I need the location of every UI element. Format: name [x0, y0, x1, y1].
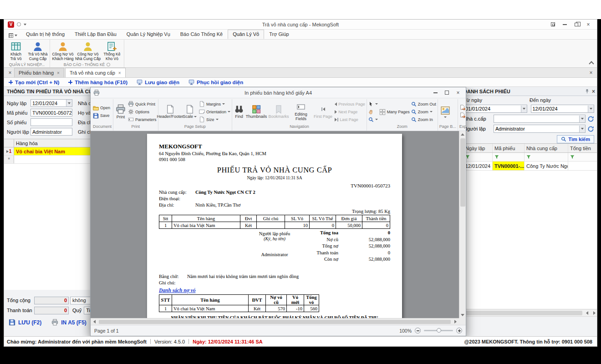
customer-bottle-debt-button[interactable]: Công Nợ Vỏ Khách Hàng: [51, 40, 75, 61]
new-record-button[interactable]: Tạo mới (Ctrl + N): [9, 80, 59, 85]
save-button[interactable]: Save: [93, 112, 110, 119]
pin-icon[interactable]: [585, 89, 590, 94]
chevron-down-icon[interactable]: [588, 106, 594, 112]
cell-nha-cung-cap[interactable]: Công Ty Nước Ngọt ...: [525, 162, 568, 170]
filter-cell[interactable]: [463, 153, 493, 161]
search-button[interactable]: Tìm kiếm: [557, 135, 594, 143]
restore-button[interactable]: [571, 21, 581, 28]
scroll-left-icon[interactable]: [583, 310, 591, 316]
quick-print-button[interactable]: Quick Print: [128, 101, 157, 108]
to-date-combobox[interactable]: 12/01/2024: [531, 105, 595, 113]
cell-ngay-lap[interactable]: 12/01/2024: [463, 162, 493, 170]
filter-cell[interactable]: [493, 153, 525, 161]
save-button[interactable]: LƯU (F2): [9, 319, 41, 326]
export-document-button[interactable]: [459, 104, 466, 111]
filter-cell[interactable]: [568, 153, 597, 161]
zoom-out-button[interactable]: Zoom Out: [411, 101, 436, 108]
bookmarks-button[interactable]: Bookmarks: [268, 104, 289, 119]
parameters-button[interactable]: Parameters: [128, 116, 157, 123]
editing-fields-button[interactable]: Editing Fields: [290, 102, 311, 121]
bottle-stock-stats-button[interactable]: Thống Kê Kho Vỏ: [101, 40, 123, 61]
row-header[interactable]: 1: [4, 147, 14, 155]
scale-button[interactable]: Scale: [182, 104, 198, 119]
dialog-title-bar[interactable]: In phiếu bán hàng khổ giấy A4: [91, 87, 466, 98]
page-background-button[interactable]: [439, 105, 451, 118]
thumbnails-button[interactable]: Thumbnails: [246, 104, 267, 119]
preview-area[interactable]: MEKONGSOFT 64 Nguyễn Đình Chiểu, Phường …: [91, 131, 466, 325]
zoom-in-button[interactable]: Zoom In: [411, 116, 436, 123]
add-item-button[interactable]: Thêm hàng hóa (F10): [68, 80, 127, 85]
receipt-number-field[interactable]: [31, 118, 72, 126]
refresh-icon[interactable]: [587, 126, 594, 132]
ribbon-tab-operations[interactable]: Quản Lý Nghiệp Vụ: [122, 30, 175, 39]
hand-tool-button[interactable]: [368, 108, 378, 116]
tab-close-icon[interactable]: [57, 70, 60, 76]
receipt-code-input[interactable]: [32, 110, 72, 116]
scroll-left-icon[interactable]: [91, 318, 98, 325]
creator-field[interactable]: [31, 128, 72, 136]
send-document-button[interactable]: [459, 112, 466, 119]
print-a5-button[interactable]: IN A5 (F5): [51, 319, 87, 326]
tab-close-icon[interactable]: [118, 70, 121, 76]
qat-circle-icon[interactable]: [17, 22, 21, 26]
find-button[interactable]: Find: [234, 104, 244, 119]
tab-phieu-ban-hang[interactable]: Phiếu bán hàng: [14, 68, 64, 77]
scrollbar-thumb[interactable]: [460, 138, 465, 207]
minimize-button[interactable]: [560, 21, 570, 28]
scrollbar-thumb[interactable]: [99, 320, 451, 324]
ribbon-collapse-icon[interactable]: [589, 61, 594, 66]
scroll-up-icon[interactable]: [459, 131, 466, 137]
panel-close-icon[interactable]: [592, 88, 595, 95]
chevron-down-icon[interactable]: [66, 100, 72, 106]
many-pages-button[interactable]: Many Pages: [379, 108, 410, 116]
horizontal-scrollbar[interactable]: [460, 309, 597, 316]
margins-button[interactable]: Margins: [199, 101, 230, 108]
supplier-combobox[interactable]: [494, 115, 586, 123]
creator-input[interactable]: [32, 129, 72, 135]
zoom-slider-thumb[interactable]: [437, 328, 441, 333]
chevron-down-icon[interactable]: [579, 126, 585, 132]
cell-tong-tien[interactable]: [568, 162, 597, 170]
ribbon-tab-reports[interactable]: Báo Cáo Thống Kê: [175, 30, 228, 39]
previous-page-button[interactable]: Previous Page: [335, 101, 365, 108]
column-header-nha-cung-cap[interactable]: Nhà cung cấp: [525, 144, 568, 152]
size-button[interactable]: Size: [199, 116, 230, 123]
close-all-tabs-button[interactable]: [587, 68, 595, 77]
zoom-slider[interactable]: [424, 330, 453, 331]
open-button[interactable]: Open: [93, 104, 110, 111]
orientation-button[interactable]: Orientation: [199, 108, 230, 116]
supplier-bottle-debt-button[interactable]: Công Nợ Vỏ Nhà Cung Cấp: [75, 40, 101, 61]
ribbon-tab-system[interactable]: Quản trị hệ thống: [21, 30, 70, 39]
column-header-ma-phieu[interactable]: Mã phiếu: [493, 144, 525, 152]
header-footer-button[interactable]: Header/Footer: [160, 104, 181, 119]
next-page-button[interactable]: Next Page: [335, 108, 365, 116]
receipt-code-field[interactable]: [31, 109, 72, 116]
vertical-scrollbar[interactable]: [459, 131, 466, 318]
fullscreen-button[interactable]: [548, 21, 558, 28]
close-button[interactable]: [583, 21, 593, 28]
save-layout-button[interactable]: Lưu giao diện: [137, 79, 179, 85]
receipt-number-input[interactable]: [32, 120, 72, 125]
column-header-ngay-lap[interactable]: Ngày lập: [463, 144, 493, 152]
last-page-button[interactable]: Last Page: [335, 116, 365, 123]
chevron-down-icon[interactable]: [521, 106, 527, 112]
from-date-combobox[interactable]: 01/01/2024: [463, 105, 527, 113]
close-tab-button[interactable]: [6, 68, 14, 77]
dialog-minimize-button[interactable]: [430, 89, 440, 96]
zoom-in-icon[interactable]: [456, 328, 462, 334]
grid-data-row[interactable]: 12/01/2024 TVN00001-... Công Ty Nước Ngọ…: [460, 162, 597, 171]
scroll-right-icon[interactable]: [452, 318, 459, 325]
scroll-right-icon[interactable]: [591, 310, 597, 316]
date-created-combobox[interactable]: 12/01/2024: [31, 99, 72, 107]
scroll-down-icon[interactable]: [459, 312, 466, 318]
horizontal-scrollbar[interactable]: [91, 318, 459, 325]
options-button[interactable]: Options: [128, 108, 157, 116]
dialog-close-button[interactable]: [453, 89, 463, 96]
zoom-button[interactable]: Zoom: [411, 108, 436, 116]
tab-tra-vo-nha-cung-cap[interactable]: Trả vỏ nhà cung cấp: [65, 68, 126, 77]
dialog-maximize-button[interactable]: [442, 89, 452, 96]
pointer-tool-button[interactable]: [368, 101, 378, 108]
filter-cell[interactable]: [525, 153, 568, 161]
ribbon-tab-setup[interactable]: Thiết Lập Ban Đầu: [70, 30, 122, 39]
return-to-supplier-button[interactable]: Trả Vỏ Nhà Cung Cấp: [27, 40, 49, 61]
